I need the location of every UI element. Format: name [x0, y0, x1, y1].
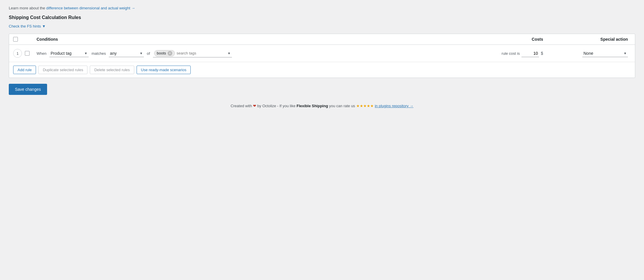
rule-number: 1	[13, 49, 22, 58]
header-checkbox-area	[13, 37, 37, 42]
matches-label: matches	[92, 51, 106, 56]
use-scenarios-button[interactable]: Use ready-made scenarios	[137, 66, 191, 74]
delete-rules-button[interactable]: Delete selected rules	[90, 66, 134, 74]
rule-row: 1 When Product tag Product category Prod…	[9, 45, 635, 62]
section-title: Shipping Cost Calculation Rules	[9, 15, 635, 20]
footer-text: Created with ❤ by Octolize - If you like…	[9, 104, 635, 108]
top-description: Learn more about the difference between …	[9, 6, 635, 10]
match-select[interactable]: any all none	[109, 50, 144, 57]
footer-heart-icon: ❤	[253, 104, 256, 108]
header-checkbox[interactable]	[13, 37, 18, 42]
table-footer: Add rule Duplicate selected rules Delete…	[9, 62, 635, 78]
footer-stars: ★★★★★	[356, 104, 374, 108]
rule-number-area: 1	[13, 49, 37, 58]
rule-cost-label: rule cost is	[502, 51, 520, 56]
costs-area: rule cost is $	[485, 50, 549, 57]
footer-rate-us: rate us	[343, 104, 355, 108]
of-label: of	[147, 51, 150, 56]
tag-chip: boots ×	[154, 50, 175, 57]
rule-checkbox[interactable]	[25, 51, 30, 56]
save-changes-button[interactable]: Save changes	[9, 84, 47, 95]
tag-remove-button[interactable]: ×	[168, 51, 172, 56]
search-tags-input[interactable]	[177, 51, 226, 55]
rules-table: Conditions Costs Special action 1 When P…	[9, 34, 635, 78]
footer-brand: Flexible Shipping	[297, 104, 328, 108]
condition-select[interactable]: Product tag Product category Product wei…	[49, 50, 89, 57]
fs-hints-link[interactable]: Check the FS hints ▼	[9, 24, 46, 28]
footer-prefix: Created with	[230, 104, 253, 108]
col-conditions-header: Conditions	[37, 37, 485, 42]
when-label: When	[37, 51, 47, 56]
footer-suffix: you can	[328, 104, 344, 108]
dimension-weight-link[interactable]: difference between dimensional and actua…	[46, 6, 135, 10]
special-action-select[interactable]: None Disable other rules Stop rule proce…	[582, 50, 628, 57]
match-select-wrapper: any all none ▼	[109, 50, 144, 57]
table-header: Conditions Costs Special action	[9, 34, 635, 45]
tag-value: boots	[157, 51, 166, 55]
currency-label: $	[541, 51, 543, 56]
duplicate-rules-button[interactable]: Duplicate selected rules	[38, 66, 87, 74]
conditions-area: When Product tag Product category Produc…	[37, 49, 485, 57]
special-select-wrapper: None Disable other rules Stop rule proce…	[582, 50, 628, 57]
col-costs-header: Costs	[485, 37, 549, 42]
footer-repo-link[interactable]: in plugins repository →	[375, 104, 413, 108]
tags-field[interactable]: boots × ▼	[153, 49, 232, 57]
col-special-header: Special action	[549, 37, 631, 42]
add-rule-button[interactable]: Add rule	[13, 66, 36, 74]
special-action-area: None Disable other rules Stop rule proce…	[549, 50, 631, 57]
tags-dropdown-arrow-icon[interactable]: ▼	[228, 52, 231, 55]
condition-select-wrapper: Product tag Product category Product wei…	[49, 50, 89, 57]
cost-input[interactable]	[521, 50, 539, 57]
footer-middle: by Octolize - If you like	[256, 104, 297, 108]
